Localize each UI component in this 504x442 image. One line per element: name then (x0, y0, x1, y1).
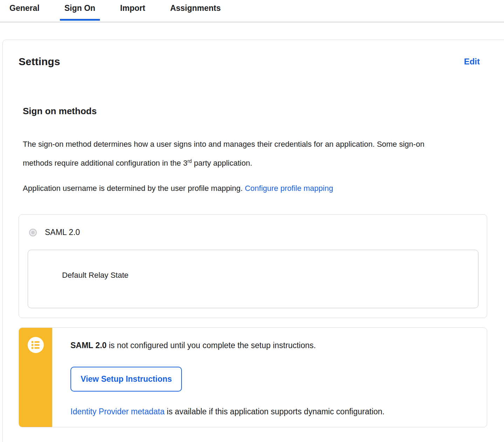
username-text: Application username is determined by th… (23, 184, 245, 193)
metadata-text: is available if this application support… (164, 407, 384, 416)
view-setup-instructions-button[interactable]: View Setup Instructions (70, 367, 182, 392)
tab-bar: General Sign On Import Assignments (0, 0, 504, 22)
username-description: Application username is determined by th… (23, 180, 488, 197)
description-superscript: rd (188, 158, 192, 164)
saml-radio-row: SAML 2.0 (29, 228, 477, 237)
settings-card: Settings Edit Sign on methods The sign-o… (2, 40, 504, 442)
warning-stripe (19, 328, 52, 427)
configure-profile-mapping-link[interactable]: Configure profile mapping (245, 184, 333, 193)
tab-assignments[interactable]: Assignments (170, 4, 220, 22)
settings-title: Settings (19, 55, 60, 69)
identity-provider-metadata-link[interactable]: Identity Provider metadata (70, 407, 164, 416)
warning-banner: SAML 2.0 is not configured until you com… (19, 327, 487, 427)
tab-import[interactable]: Import (120, 4, 145, 22)
tab-sign-on[interactable]: Sign On (64, 4, 95, 22)
tab-general[interactable]: General (9, 4, 40, 22)
saml-option-box: SAML 2.0 Default Relay State (19, 214, 487, 318)
description-text-end: party application. (192, 159, 252, 167)
warning-message: SAML 2.0 is not configured until you com… (70, 340, 384, 351)
relay-state-box: Default Relay State (28, 250, 478, 308)
saml-radio-label: SAML 2.0 (45, 228, 80, 237)
metadata-line: Identity Provider metadata is available … (70, 406, 384, 417)
settings-header: Settings Edit (19, 55, 488, 69)
list-icon (28, 337, 44, 354)
warning-message-rest: is not configured until you complete the… (107, 341, 316, 350)
sign-on-methods-title: Sign on methods (23, 105, 488, 117)
default-relay-state-label: Default Relay State (62, 270, 478, 280)
warning-message-bold: SAML 2.0 (70, 341, 107, 350)
warning-body: SAML 2.0 is not configured until you com… (52, 328, 384, 427)
edit-link[interactable]: Edit (464, 57, 480, 67)
sign-on-description: The sign-on method determines how a user… (23, 136, 449, 172)
saml-radio-button[interactable] (29, 229, 37, 236)
